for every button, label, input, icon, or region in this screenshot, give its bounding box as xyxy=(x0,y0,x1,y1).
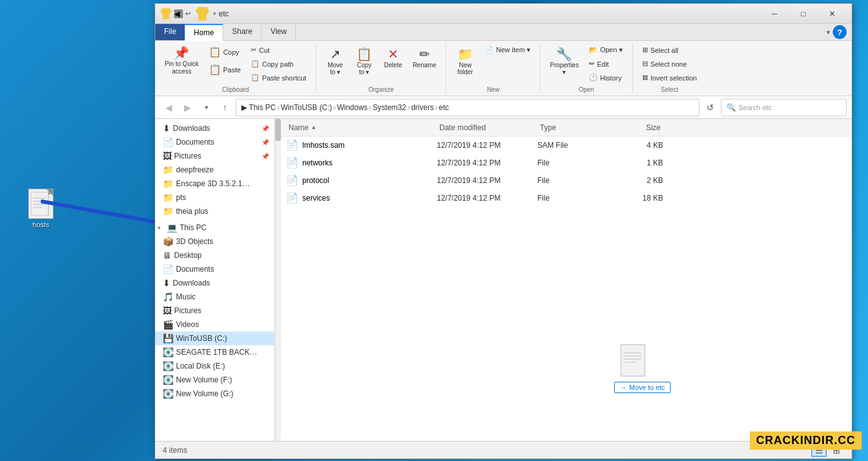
nav-pane-scrollbar[interactable] xyxy=(275,119,281,441)
tab-share[interactable]: Share xyxy=(223,24,261,40)
minimize-button[interactable]: ─ xyxy=(760,4,789,24)
path-segment-2[interactable]: Windows xyxy=(337,103,368,112)
copy-to-button[interactable]: 📋 Copyto ▾ xyxy=(350,43,378,79)
nav-scrollbar-thumb[interactable] xyxy=(275,119,281,141)
search-box[interactable]: 🔍 Search etc xyxy=(721,99,847,116)
navigation-pane: ⬇ Downloads 📌 📄 Documents 📌 🖼 Pictures 📌… xyxy=(155,119,275,441)
path-segment-4[interactable]: drivers xyxy=(411,103,434,112)
nav-item-deepfreeze[interactable]: 📁 deepfreeze xyxy=(155,163,274,177)
nav-item-videos[interactable]: 🎬 Videos xyxy=(155,318,274,331)
ribbon: File Home Share View ▾ ? 📌 Pin to Quicka… xyxy=(155,24,852,96)
paste-button[interactable]: 📋 Paste xyxy=(204,61,245,78)
rename-button[interactable]: ✏ Rename xyxy=(408,43,441,72)
new-folder-button[interactable]: 📁 Newfolder xyxy=(451,43,479,79)
undo-icon[interactable]: ↩ xyxy=(185,10,190,17)
copy-path-button[interactable]: 📋 Copy path xyxy=(246,57,310,70)
col-header-type[interactable]: Type xyxy=(537,119,613,136)
copy-icon: 📋 xyxy=(209,46,221,58)
nav-music-label: Music xyxy=(176,292,195,301)
close-button[interactable]: ✕ xyxy=(818,4,847,24)
ribbon-group-select: ⊞ Select all ⊟ Select none ⊠ Invert sele… xyxy=(633,43,706,93)
new-buttons: 📁 Newfolder 📄 New item ▾ xyxy=(451,43,535,84)
tab-view[interactable]: View xyxy=(261,24,296,40)
ribbon-group-new: 📁 Newfolder 📄 New item ▾ New xyxy=(446,43,541,93)
copy-button[interactable]: 📋 Copy xyxy=(204,43,245,60)
select-none-button[interactable]: ⊟ Select none xyxy=(638,57,701,70)
nav-item-vol-f[interactable]: 💽 New Volume (F:) xyxy=(155,373,274,387)
up-button[interactable]: ↑ xyxy=(217,99,233,116)
nav-item-local-e[interactable]: 💽 Local Disk (E:) xyxy=(155,359,274,373)
nav-item-pts[interactable]: 📁 pts xyxy=(155,191,274,204)
clipboard-buttons: 📌 Pin to Quickaccess 📋 Copy 📋 Paste xyxy=(160,43,310,84)
ribbon-expand-icon[interactable]: ▾ xyxy=(827,28,830,36)
path-segment-1[interactable]: WinToUSB (C:) xyxy=(281,103,332,112)
nav-item-desktop[interactable]: 🖥 Desktop xyxy=(155,248,274,262)
forward-button[interactable]: ▶ xyxy=(179,99,195,116)
rename-icon: ✏ xyxy=(419,47,430,62)
back-nav-icon[interactable]: ◀ xyxy=(174,9,183,18)
col-header-size[interactable]: Size xyxy=(613,119,663,136)
nav-item-vol-g[interactable]: 💽 New Volume (G:) xyxy=(155,387,274,401)
invert-selection-button[interactable]: ⊠ Invert selection xyxy=(638,71,701,84)
open-button[interactable]: 📂 Open ▾ xyxy=(585,43,627,57)
desktop-icon-nav: 🖥 xyxy=(163,250,172,260)
path-segment-0[interactable]: ▶ This PC xyxy=(241,103,276,112)
protocol-icon: 📄 xyxy=(286,174,299,186)
path-segment-5[interactable]: etc xyxy=(439,103,449,112)
file-row-networks[interactable]: 📄 networks 12/7/2019 4:12 PM File 1 KB xyxy=(281,154,852,172)
desktop-hosts-icon[interactable]: hosts xyxy=(19,189,63,228)
col-header-name[interactable]: Name ▲ xyxy=(286,119,437,136)
edit-button[interactable]: ✏ Edit xyxy=(585,57,627,70)
nav-downloads2-label: Downloads xyxy=(173,279,210,287)
file-row-services[interactable]: 📄 services 12/7/2019 4:12 PM File 18 KB xyxy=(281,189,852,207)
music-icon: 🎵 xyxy=(163,292,173,302)
cut-button[interactable]: ✂ Cut xyxy=(246,43,310,57)
nav-item-documents[interactable]: 📄 Documents 📌 xyxy=(155,135,274,149)
pin-quick-access-button[interactable]: 📌 Pin to Quickaccess xyxy=(160,43,203,79)
path-segment-3[interactable]: System32 xyxy=(373,103,406,112)
nav-item-pictures2[interactable]: 🖼 Pictures xyxy=(155,304,274,318)
paste-shortcut-button[interactable]: 📋 Paste shortcut xyxy=(246,71,310,84)
nav-item-downloads2[interactable]: ⬇ Downloads xyxy=(155,276,274,290)
help-button[interactable]: ? xyxy=(833,25,847,39)
maximize-button[interactable]: □ xyxy=(789,4,818,24)
nav-wintousb-label: WinToUSB (C:) xyxy=(176,334,227,343)
tab-home[interactable]: Home xyxy=(185,24,223,41)
select-all-button[interactable]: ⊞ Select all xyxy=(638,43,701,57)
nav-item-theia[interactable]: 📁 theia plus xyxy=(155,204,274,218)
nav-item-seagate[interactable]: 💽 SEAGATE 1TB BACKUP PL xyxy=(155,345,274,359)
new-folder-label: Newfolder xyxy=(458,62,473,75)
history-button[interactable]: 🕐 History xyxy=(585,71,627,84)
tab-file[interactable]: File xyxy=(155,24,185,40)
move-to-button[interactable]: ↗ Moveto ▾ xyxy=(321,43,349,79)
items-count: 4 items xyxy=(163,446,187,455)
nav-item-enscape[interactable]: 📁 Enscape 3D 3.5.2.112393 r xyxy=(155,177,274,191)
nav-item-downloads[interactable]: ⬇ Downloads 📌 xyxy=(155,121,274,135)
pictures2-icon: 🖼 xyxy=(163,306,172,316)
new-item-button[interactable]: 📄 New item ▾ xyxy=(480,43,535,57)
nav-item-documents2[interactable]: 📄 Documents xyxy=(155,262,274,276)
search-placeholder: Search etc xyxy=(739,104,772,111)
properties-button[interactable]: 🔧 Properties▾ xyxy=(546,43,583,79)
edit-icon: ✏ xyxy=(589,60,595,68)
select-all-label: Select all xyxy=(651,47,679,54)
col-name-label: Name xyxy=(288,123,309,132)
nav-item-pictures[interactable]: 🖼 Pictures 📌 xyxy=(155,149,274,163)
address-path[interactable]: ▶ This PC › WinToUSB (C:) › Windows › Sy… xyxy=(236,99,700,116)
wintousb-icon: 💾 xyxy=(163,333,173,343)
nav-item-music[interactable]: 🎵 Music xyxy=(155,290,274,304)
hosts-file-icon xyxy=(28,189,53,219)
nav-item-this-pc[interactable]: ▾ 💻 This PC xyxy=(155,221,274,235)
nav-item-wintousb[interactable]: 💾 WinToUSB (C:) xyxy=(155,331,274,345)
file-row-protocol[interactable]: 📄 protocol 12/7/2019 4:12 PM File 2 KB xyxy=(281,172,852,189)
back-button[interactable]: ◀ xyxy=(160,99,177,116)
delete-button[interactable]: ✕ Delete xyxy=(379,43,407,72)
refresh-button[interactable]: ↺ xyxy=(702,99,718,116)
open-col: 📂 Open ▾ ✏ Edit 🕐 History xyxy=(585,43,627,84)
sort-asc-icon: ▲ xyxy=(311,125,316,130)
recent-locations-button[interactable]: ▾ xyxy=(198,99,214,116)
nav-item-3d-objects[interactable]: 📦 3D Objects xyxy=(155,235,274,248)
col-header-date[interactable]: Date modified xyxy=(437,119,537,136)
file-row-lmhosts[interactable]: 📄 lmhosts.sam 12/7/2019 4:12 PM SAM File… xyxy=(281,136,852,154)
svg-marker-1 xyxy=(48,192,51,194)
